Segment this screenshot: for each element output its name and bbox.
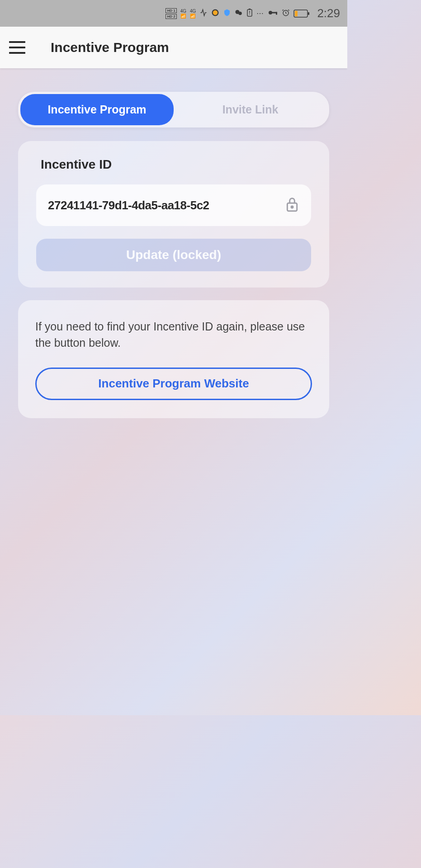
signal-4g-2-icon: 4G📶 — [190, 9, 196, 19]
info-card: If you need to find your Incentive ID ag… — [18, 300, 329, 418]
status-icons: HD 1 HD 2 4G📶 4G📶 ! ⋯ 2:29 — [166, 6, 340, 20]
wechat-icon — [235, 9, 243, 19]
svg-text:!: ! — [249, 10, 251, 15]
signal-4g-1-icon: 4G📶 — [180, 9, 186, 19]
sync-icon — [211, 9, 219, 19]
alarm-icon — [282, 9, 290, 19]
tab-invite-link[interactable]: Invite Link — [174, 94, 327, 125]
incentive-website-button[interactable]: Incentive Program Website — [35, 368, 312, 400]
incentive-id-label: Incentive ID — [41, 157, 311, 172]
svg-rect-5 — [249, 9, 251, 9]
vpn-key-icon — [268, 9, 278, 18]
menu-icon[interactable] — [9, 41, 25, 54]
svg-rect-13 — [295, 11, 298, 16]
incentive-id-value: 27241141-79d1-4da5-aa18-5c2 — [48, 198, 209, 212]
shield-icon — [223, 9, 231, 19]
svg-point-15 — [291, 206, 293, 208]
hd-indicator-icon: HD 1 HD 2 — [166, 8, 176, 19]
battery-warn-icon: ! — [246, 9, 253, 19]
main-content: Incentive Program Invite Link Incentive … — [0, 68, 347, 418]
svg-point-1 — [213, 10, 218, 15]
incentive-id-field[interactable]: 27241141-79d1-4da5-aa18-5c2 — [36, 184, 311, 226]
more-icon: ⋯ — [256, 9, 265, 18]
status-bar: HD 1 HD 2 4G📶 4G📶 ! ⋯ 2:29 — [0, 0, 347, 27]
svg-point-7 — [269, 11, 272, 14]
svg-rect-9 — [276, 12, 277, 14]
info-text: If you need to find your Incentive ID ag… — [35, 318, 312, 351]
update-button[interactable]: Update (locked) — [36, 239, 311, 271]
activity-icon — [199, 9, 208, 19]
tab-bar: Incentive Program Invite Link — [18, 92, 329, 127]
incentive-id-card: Incentive ID 27241141-79d1-4da5-aa18-5c2… — [18, 141, 329, 288]
lock-icon — [285, 196, 299, 215]
svg-rect-12 — [308, 12, 309, 15]
page-title: Incentive Program — [51, 40, 169, 55]
app-header: Incentive Program — [0, 27, 347, 68]
clock-text: 2:29 — [317, 6, 340, 20]
battery-icon — [293, 9, 310, 18]
tab-incentive-program[interactable]: Incentive Program — [20, 94, 174, 125]
svg-point-3 — [239, 11, 242, 15]
